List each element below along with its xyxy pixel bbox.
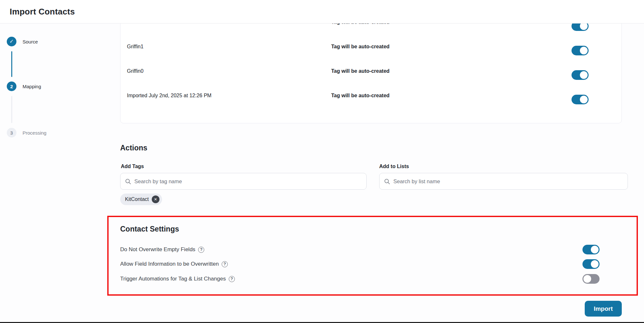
import-contacts-page: Tag will be auto-created Griffin1 Tag wi…	[0, 0, 644, 323]
search-icon	[125, 178, 131, 185]
column-name: Imported July 2nd, 2025 at 12:26 PM	[120, 93, 331, 99]
step-label: Mapping	[23, 84, 41, 89]
step-number-circle: 2	[7, 81, 16, 91]
add-tags-searchbox	[120, 173, 367, 190]
step-complete-circle: ✓	[7, 37, 16, 46]
actions-heading: Actions	[120, 144, 147, 152]
mapping-table: Tag will be auto-created Griffin1 Tag wi…	[120, 8, 622, 123]
row-toggle[interactable]	[572, 70, 589, 80]
stepper-connector-inactive	[11, 96, 12, 123]
help-icon[interactable]: ?	[198, 247, 204, 253]
setting-label: Trigger Automations for Tag & List Chang…	[120, 276, 235, 282]
search-icon	[384, 178, 390, 185]
setting-toggle[interactable]	[582, 259, 600, 269]
stepper-step-processing[interactable]: 3 Processing	[7, 128, 46, 138]
help-icon[interactable]: ?	[229, 276, 235, 282]
stepper-step-source[interactable]: ✓ Source	[7, 37, 38, 46]
add-to-lists-searchbox	[379, 173, 628, 190]
selected-tag-chip: KitContact ✕	[120, 194, 162, 205]
stepper-connector-active	[11, 51, 12, 77]
setting-row: Do Not Overwrite Empty Fields ?	[120, 245, 622, 254]
contact-settings-heading: Contact Settings	[120, 225, 179, 233]
tag-status: Tag will be auto-created	[331, 93, 531, 99]
table-row: Griffin0 Tag will be auto-created	[120, 63, 621, 87]
table-row: Griffin1 Tag will be auto-created	[120, 38, 621, 63]
setting-label: Do Not Overwrite Empty Fields ?	[120, 246, 204, 253]
list-search-input[interactable]	[393, 178, 623, 185]
remove-tag-icon[interactable]: ✕	[152, 195, 159, 203]
row-toggle[interactable]	[572, 95, 589, 104]
tag-search-input[interactable]	[134, 178, 362, 185]
step-number-circle: 3	[7, 128, 16, 138]
table-row: Imported July 2nd, 2025 at 12:26 PM Tag …	[120, 87, 621, 112]
row-toggle[interactable]	[572, 46, 589, 55]
setting-row: Allow Field Information to be Overwritte…	[120, 259, 622, 269]
checkmark-icon: ✓	[9, 39, 14, 44]
stepper: ✓ Source 2 Mapping 3 Processing	[0, 24, 120, 323]
stepper-step-mapping[interactable]: 2 Mapping	[7, 81, 41, 91]
tag-status: Tag will be auto-created	[331, 44, 531, 50]
import-button[interactable]: Import	[585, 301, 622, 317]
setting-toggle[interactable]	[582, 245, 600, 254]
add-tags-label: Add Tags	[121, 164, 144, 169]
chip-label: KitContact	[125, 196, 149, 202]
setting-label: Allow Field Information to be Overwritte…	[120, 261, 228, 267]
add-to-lists-label: Add to Lists	[379, 164, 409, 169]
tag-status: Tag will be auto-created	[331, 68, 531, 74]
help-icon[interactable]: ?	[222, 261, 228, 267]
page-header: Import Contacts	[0, 0, 644, 24]
step-label: Source	[23, 39, 38, 44]
page-title: Import Contacts	[10, 7, 75, 17]
step-label: Processing	[23, 130, 46, 136]
setting-toggle[interactable]	[582, 274, 600, 284]
column-name: Griffin1	[120, 44, 331, 50]
setting-row: Trigger Automations for Tag & List Chang…	[120, 274, 622, 284]
column-name: Griffin0	[120, 68, 331, 74]
